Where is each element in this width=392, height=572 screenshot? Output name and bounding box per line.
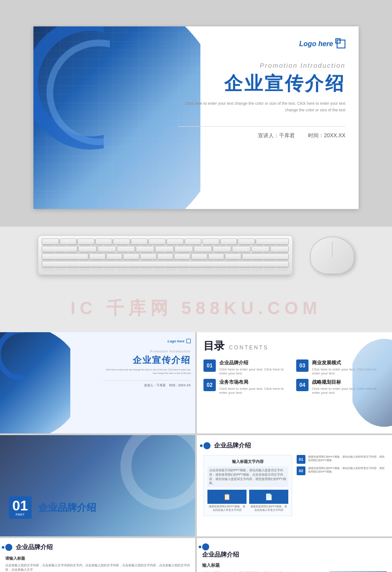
- thumb1-content: Logo here Promotion Introduction 企业宣传介绍 …: [103, 339, 191, 388]
- thumb5-field-label: 请输入标题: [5, 556, 190, 561]
- contents-num-4: 04: [296, 379, 309, 391]
- key: [238, 238, 255, 245]
- key: [77, 238, 94, 245]
- key: [174, 253, 190, 260]
- thumb6-left: 输入标题 感谢您使用我们的文本内，可根据需要另行电脑等文字内容大小人数量，请在此…: [202, 562, 292, 572]
- thumb4-icon-caption-2: 感谢您使用我们的PPT模板，请在此处输入常套文字内容: [249, 505, 288, 512]
- key: [149, 238, 166, 245]
- thumb5-field-text: 点击发输入您的文字内容，点击发输入文字内容的文字内。点击发输入您的文字内容，点击…: [5, 563, 190, 572]
- key: [194, 246, 212, 252]
- contents-num-3: 03: [296, 359, 309, 372]
- promo-subtitle: Promotion Introduction: [178, 62, 345, 69]
- contents-title-en: CONTENTS: [229, 345, 269, 351]
- thumb6-section-header: 企业品牌介绍: [202, 543, 387, 559]
- key: [140, 253, 156, 260]
- contents-num-2: 02: [203, 379, 216, 391]
- key: [232, 246, 250, 252]
- key-row-1: [42, 238, 289, 245]
- num-text-2: 感谢您使用我们的PPT模板，请在此输入您的常套文字内容，请您使用我们的PPT模板: [308, 466, 385, 474]
- space-key: [42, 261, 289, 267]
- key-wide: [42, 246, 77, 252]
- thumb4-icon-1: 📋 感谢您使用我们的PPT模板，请在此处输入常套文字内容: [207, 490, 247, 512]
- part-number: 01: [12, 499, 28, 513]
- thumbnail-slide-1: Logo here Promotion Introduction 企业宣传介绍 …: [0, 332, 195, 433]
- keyboard-rows: [42, 238, 289, 267]
- hero-slide: Logo here Promotion Introduction 企业宣传介绍 …: [33, 26, 359, 209]
- key: [191, 253, 207, 260]
- key: [270, 246, 289, 252]
- thumbnail-slide-6: 企业品牌介绍 输入标题 感谢您使用我们的文本内，可根据需要另行电脑等文字内容大小…: [197, 538, 392, 572]
- key: [225, 253, 241, 260]
- num-badge-1: 01: [297, 455, 305, 464]
- thumb5-left-text: 请输入标题 点击发输入您的文字内容，点击发输入文字内容的文字内。点击发输入您的文…: [5, 556, 190, 572]
- key: [131, 238, 148, 245]
- thumb1-promo-subtitle: Promotion Introduction: [103, 350, 191, 353]
- key: [42, 238, 59, 245]
- watermark-section: IC 千库网 588ku.com: [0, 284, 392, 332]
- description-text: Click here to enter your text change the…: [178, 100, 345, 113]
- thumb4-icon-2: 📄 感谢您使用我们的PPT模板，请在此处输入常套文字内容: [249, 490, 288, 512]
- logo-area: Logo here: [178, 40, 345, 48]
- contents-item-2: 02 业务市场布局 Click here to enter your text.…: [203, 379, 293, 395]
- keyboard-section: [0, 227, 392, 284]
- num-badge-2: 02: [297, 466, 305, 475]
- section-icon-circle: [203, 442, 211, 449]
- key: [174, 246, 193, 252]
- contents-title-zh: 目录: [203, 339, 225, 353]
- key: [251, 246, 270, 252]
- thumb4-section-header: 企业品牌介绍: [203, 442, 385, 450]
- num-text-1: 感谢您使用我们的PPT模板，请在此输入您的常套文字内容，请您使用我们的PPT模板: [308, 455, 385, 462]
- mouse-visual: [310, 237, 354, 274]
- key: [136, 246, 154, 252]
- thumbnail-slide-5: 企业品牌介绍 请输入标题 点击发输入您的文字内容，点击发输入文字内容的文字内。点…: [0, 538, 195, 572]
- thumbnail-slide-4: 企业品牌介绍 输入标题文字内容 点击添加提示词的PPT模板，请在此输入提提词文字…: [197, 435, 392, 536]
- contents-item-1-text: 企业品牌介绍 Click here to enter your text. Cl…: [219, 359, 293, 375]
- key: [98, 246, 116, 252]
- thumb1-desc: Click here to enter your text change the…: [103, 368, 191, 375]
- thumb4-right-col: 01 感谢您使用我们的PPT模板，请在此输入您的常套文字内容，请您使用我们的PP…: [297, 455, 385, 516]
- hero-content-right: Logo here Promotion Introduction 企业宣传介绍 …: [170, 26, 359, 209]
- thumb4-icon-box-2: 📄: [249, 490, 288, 504]
- key: [113, 238, 130, 245]
- thumb6-section-icon: [202, 543, 209, 550]
- thumbnail-slide-3: 01 PART 企业品牌介绍: [0, 435, 195, 536]
- key-row-3: [42, 253, 289, 260]
- key-wider: [42, 253, 88, 260]
- thumb1-logo: Logo here: [103, 339, 191, 343]
- key: [117, 246, 135, 252]
- key-row-4: [42, 261, 289, 267]
- key-row-2: [42, 246, 289, 252]
- keyboard-visual: [38, 235, 293, 275]
- key: [89, 253, 105, 260]
- key: [208, 253, 225, 260]
- thumb1-presenter: 宣讲人：千库君 时间：20XX.XX: [103, 380, 191, 388]
- thumb5-section-header: 企业品牌介绍: [5, 543, 190, 551]
- contents-item-1: 01 企业品牌介绍 Click here to enter your text.…: [203, 359, 293, 375]
- key: [155, 246, 174, 252]
- thumbnail-slide-2: 目录 CONTENTS 01 企业品牌介绍 Click here to ente…: [197, 332, 392, 433]
- thumb5-section-title: 企业品牌介绍: [16, 543, 53, 551]
- logo-icon: [337, 40, 345, 48]
- num-item-2: 02 感谢您使用我们的PPT模板，请在此输入您的常套文字内容，请您使用我们的PP…: [297, 466, 385, 475]
- watermark-text: IC 千库网 588ku.com: [70, 296, 321, 320]
- key: [60, 238, 77, 245]
- presenter-label: 宣讲人：千库君: [258, 132, 295, 139]
- thumb4-section-title: 企业品牌介绍: [214, 442, 251, 450]
- contents-header: 目录 CONTENTS: [203, 339, 385, 353]
- thumbnail-grid: Logo here Promotion Introduction 企业宣传介绍 …: [0, 332, 392, 572]
- key: [123, 253, 139, 260]
- thumb4-icon-box-1: 📋: [207, 490, 247, 504]
- thumb4-content-area: 输入标题文字内容 点击添加提示词的PPT模板，请在此输入提提词文字内容，请您使用…: [203, 455, 385, 516]
- key-wide: [256, 238, 289, 245]
- logo-text: Logo here: [299, 40, 333, 48]
- part-title: 企业品牌介绍: [38, 501, 96, 514]
- main-title-chinese: 企业宣传介绍: [178, 73, 345, 94]
- key: [213, 246, 231, 252]
- thumb6-content-grid: 输入标题 感谢您使用我们的文本内，可根据需要另行电脑等文字内容大小人数量，请在此…: [202, 562, 387, 572]
- thumb6-section-title: 企业品牌介绍: [202, 551, 239, 558]
- part-num-box: 01 PART: [9, 496, 32, 519]
- time-label: 时间：20XX.XX: [308, 132, 345, 139]
- key: [220, 238, 237, 245]
- thumb4-left-col: 输入标题文字内容 点击添加提示词的PPT模板，请在此输入提提词文字内容，请您使用…: [203, 455, 292, 516]
- thumb4-icon-row: 📋 感谢您使用我们的PPT模板，请在此处输入常套文字内容 📄 感谢您使用我们的P…: [207, 490, 288, 512]
